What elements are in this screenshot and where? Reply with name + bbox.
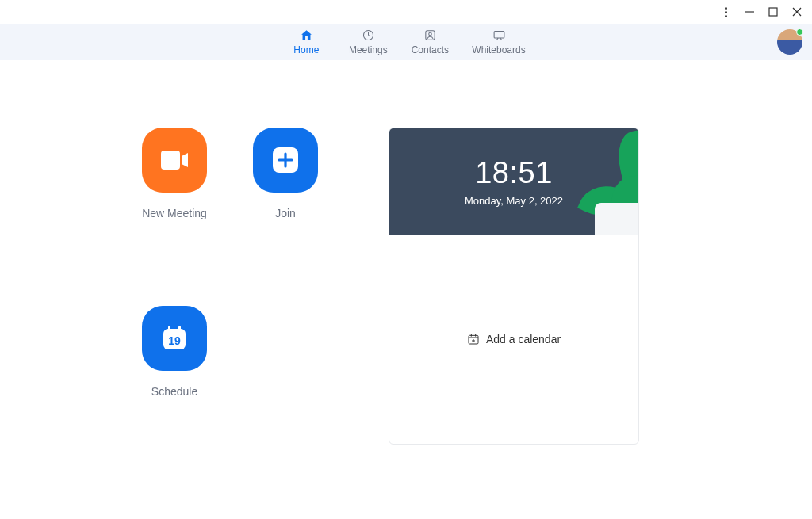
navbar: Home Meetings Contacts Whiteboards bbox=[0, 24, 812, 60]
actions-grid: New Meeting Join 19 Schedu bbox=[119, 128, 341, 445]
tab-label: Whiteboards bbox=[472, 44, 525, 55]
add-calendar-button[interactable]: Add a calendar bbox=[467, 333, 561, 345]
video-icon bbox=[159, 149, 190, 171]
calendar-card: 18:51 Monday, May 2, 2022 Add a calendar bbox=[389, 128, 639, 445]
action-join: Join bbox=[230, 128, 341, 266]
tab-label: Contacts bbox=[412, 44, 449, 55]
calendar-card-body: Add a calendar bbox=[389, 235, 638, 444]
tab-whiteboards[interactable]: Whiteboards bbox=[472, 29, 525, 55]
svg-rect-12 bbox=[161, 151, 180, 170]
join-button[interactable] bbox=[253, 128, 318, 193]
close-button[interactable] bbox=[791, 6, 802, 17]
action-new-meeting: New Meeting bbox=[119, 128, 230, 266]
tabs: Home Meetings Contacts Whiteboards bbox=[286, 29, 525, 55]
clock-date: Monday, May 2, 2022 bbox=[465, 195, 563, 207]
tab-label: Home bbox=[293, 44, 319, 55]
calendar-icon: 19 bbox=[159, 322, 190, 354]
maximize-button[interactable] bbox=[768, 6, 779, 17]
svg-rect-9 bbox=[494, 32, 504, 39]
action-label: New Meeting bbox=[142, 207, 207, 219]
new-meeting-button[interactable] bbox=[142, 128, 207, 193]
contacts-icon bbox=[423, 29, 437, 42]
action-label: Schedule bbox=[151, 385, 197, 398]
svg-line-6 bbox=[368, 36, 370, 36]
minimize-button[interactable] bbox=[744, 6, 755, 17]
svg-rect-17 bbox=[168, 326, 170, 332]
tab-contacts[interactable]: Contacts bbox=[410, 29, 450, 55]
more-menu-button[interactable] bbox=[720, 6, 731, 17]
svg-point-8 bbox=[429, 32, 432, 36]
calendar-plus-icon bbox=[467, 333, 480, 345]
action-label: Join bbox=[275, 207, 296, 219]
status-available-icon bbox=[796, 29, 803, 36]
clock-icon bbox=[362, 29, 375, 42]
add-calendar-label: Add a calendar bbox=[486, 333, 561, 345]
clock-time: 18:51 bbox=[475, 156, 553, 190]
profile-avatar[interactable] bbox=[777, 29, 802, 55]
svg-text:19: 19 bbox=[168, 334, 181, 347]
plus-icon bbox=[271, 146, 300, 174]
tab-label: Meetings bbox=[349, 44, 388, 55]
calendar-card-header: 18:51 Monday, May 2, 2022 bbox=[389, 128, 638, 235]
action-schedule: 19 Schedule bbox=[119, 306, 230, 445]
tab-home[interactable]: Home bbox=[286, 29, 326, 55]
tab-meetings[interactable]: Meetings bbox=[348, 29, 388, 55]
home-icon bbox=[300, 29, 313, 42]
window-titlebar bbox=[0, 0, 812, 24]
schedule-button[interactable]: 19 bbox=[142, 306, 207, 371]
whiteboard-icon bbox=[492, 29, 506, 42]
svg-rect-18 bbox=[178, 326, 181, 332]
plant-decoration bbox=[591, 139, 638, 235]
svg-rect-1 bbox=[769, 8, 777, 16]
main-content: New Meeting Join 19 Schedu bbox=[0, 60, 812, 445]
